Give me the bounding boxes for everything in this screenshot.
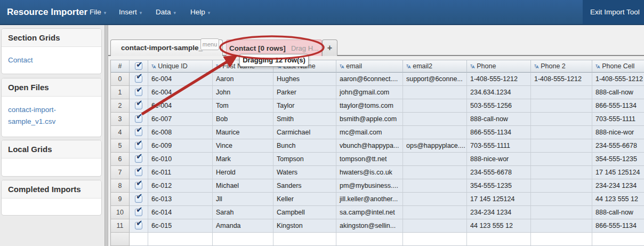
grid-cell[interactable]: [273, 233, 336, 246]
row-checkbox-cell[interactable]: [130, 73, 148, 86]
grid-cell[interactable]: 17 145 125124: [467, 193, 531, 206]
grid-cell[interactable]: 6c-013: [148, 193, 213, 206]
row-checkbox-cell[interactable]: [130, 153, 148, 166]
grid-cell[interactable]: Campbell: [273, 206, 336, 219]
grid-cell[interactable]: 703-555-1111: [467, 139, 531, 153]
row-checkbox-cell[interactable]: [130, 99, 148, 113]
grid-cell[interactable]: 17 145 125124: [592, 166, 644, 179]
grid-cell[interactable]: Carmichael: [273, 126, 336, 139]
grid-cell[interactable]: [403, 233, 467, 246]
grid-cell[interactable]: 44 123 555 12: [467, 219, 531, 233]
grid-cell[interactable]: [531, 126, 592, 139]
grid-cell[interactable]: 888-call-now: [467, 113, 531, 126]
grid-cell[interactable]: [403, 219, 467, 233]
column-header-email[interactable]: ᵀᴀemail: [336, 60, 403, 73]
grid-cell[interactable]: [531, 139, 592, 153]
grid-cell[interactable]: 6c-010: [148, 153, 213, 166]
grid-cell[interactable]: Keller: [273, 193, 336, 206]
row-checkbox[interactable]: [135, 209, 142, 216]
grid-cell[interactable]: 1-408-555-1212: [531, 73, 592, 86]
grid-cell[interactable]: Amanda: [213, 219, 273, 233]
grid-cell[interactable]: 866-555-1134: [592, 99, 644, 113]
row-checkbox-cell[interactable]: [130, 206, 148, 219]
grid-cell[interactable]: [531, 166, 592, 179]
grid-cell[interactable]: hwaters@is.co.uk: [336, 166, 403, 179]
grid-cell[interactable]: 1-408-555-1212: [467, 73, 531, 86]
grid-cell[interactable]: [403, 193, 467, 206]
grid-cell[interactable]: [403, 86, 467, 99]
grid-cell[interactable]: ttaylor@toms.com: [336, 99, 403, 113]
grid-cell[interactable]: 234-555-6678: [467, 166, 531, 179]
grid-cell[interactable]: [213, 233, 273, 246]
grid-cell[interactable]: [403, 126, 467, 139]
grid-cell[interactable]: vbunch@happypa...: [336, 139, 403, 153]
grid-cell[interactable]: 503-555-1256: [467, 99, 531, 113]
row-checkbox-cell[interactable]: [130, 179, 148, 193]
grid-cell[interactable]: [403, 166, 467, 179]
grid-cell[interactable]: 6c-004: [148, 99, 213, 113]
menu-data[interactable]: Data▾: [156, 0, 176, 24]
grid-cell[interactable]: 866-555-1134: [467, 126, 531, 139]
grid-cell[interactable]: [403, 113, 467, 126]
row-checkbox[interactable]: [135, 182, 142, 189]
column-header-unique-id[interactable]: ᵀᴀUnique ID: [148, 60, 213, 73]
grid-cell[interactable]: 6c-009: [148, 139, 213, 153]
grid-cell[interactable]: pm@mybusiness....: [336, 179, 403, 193]
row-checkbox[interactable]: [135, 142, 142, 149]
grid-cell[interactable]: [467, 233, 531, 246]
grid-cell[interactable]: Mark: [213, 153, 273, 166]
grid-cell[interactable]: [403, 179, 467, 193]
grid-cell[interactable]: 6c-011: [148, 166, 213, 179]
row-checkbox[interactable]: [135, 115, 142, 123]
grid-cell[interactable]: [531, 99, 592, 113]
row-checkbox-cell[interactable]: [130, 126, 148, 139]
grid-cell[interactable]: Maurice: [213, 126, 273, 139]
grid-cell[interactable]: Aaron: [213, 73, 273, 86]
grid-cell[interactable]: Bob: [213, 113, 273, 126]
tab-menu-button[interactable]: menu: [200, 38, 219, 50]
grid-cell[interactable]: 6c-015: [148, 219, 213, 233]
grid-cell[interactable]: 6c-012: [148, 179, 213, 193]
grid-cell[interactable]: Michael: [213, 179, 273, 193]
grid-cell[interactable]: 234-234 1234: [592, 179, 644, 193]
column-header-phone-2[interactable]: ᵀᴀPhone 2: [531, 60, 592, 73]
select-all-checkbox[interactable]: [135, 62, 142, 70]
grid-cell[interactable]: Sarah: [213, 206, 273, 219]
grid-cell[interactable]: [403, 99, 467, 113]
column-header-email2[interactable]: ᵀᴀemail2: [403, 60, 467, 73]
grid-cell[interactable]: 234-555-6678: [592, 139, 644, 153]
grid-cell[interactable]: [531, 113, 592, 126]
grid-cell[interactable]: [531, 86, 592, 99]
grid-cell[interactable]: 6c-007: [148, 113, 213, 126]
grid-cell[interactable]: 888-call-now: [592, 206, 644, 219]
grid-cell[interactable]: 866-555-1134: [592, 219, 644, 233]
menu-file[interactable]: File▾: [90, 0, 106, 24]
row-checkbox-cell[interactable]: [130, 193, 148, 206]
row-checkbox-cell[interactable]: [130, 166, 148, 179]
row-checkbox-cell[interactable]: [130, 86, 148, 99]
column-header-phone[interactable]: ᵀᴀPhone: [467, 60, 531, 73]
grid-cell[interactable]: 44 123 555 12: [592, 193, 644, 206]
grid-cell[interactable]: [531, 233, 592, 246]
grid-cell[interactable]: Taylor: [273, 99, 336, 113]
row-checkbox[interactable]: [135, 195, 142, 203]
grid-cell[interactable]: [403, 206, 467, 219]
grid-cell[interactable]: 234.634.1234: [467, 86, 531, 99]
row-checkbox[interactable]: [135, 75, 142, 83]
grid-cell[interactable]: Parker: [273, 86, 336, 99]
grid-cell[interactable]: 888-nice-wor: [467, 153, 531, 166]
grid-cell[interactable]: [531, 179, 592, 193]
row-checkbox[interactable]: [135, 89, 142, 96]
grid-cell[interactable]: Tompson: [273, 153, 336, 166]
grid-cell[interactable]: [592, 233, 644, 246]
row-checkbox[interactable]: [135, 169, 142, 176]
add-tab-button[interactable]: +: [322, 39, 337, 56]
grid-cell[interactable]: 6c-014: [148, 206, 213, 219]
grid-cell[interactable]: [531, 193, 592, 206]
grid-cell[interactable]: Hughes: [273, 73, 336, 86]
grid-cell[interactable]: Vince: [213, 139, 273, 153]
grid-cell[interactable]: 6c-004: [148, 86, 213, 99]
row-checkbox[interactable]: [135, 222, 142, 229]
grid-cell[interactable]: tompson@tt.net: [336, 153, 403, 166]
grid-cell[interactable]: aaron@6connect....: [336, 73, 403, 86]
